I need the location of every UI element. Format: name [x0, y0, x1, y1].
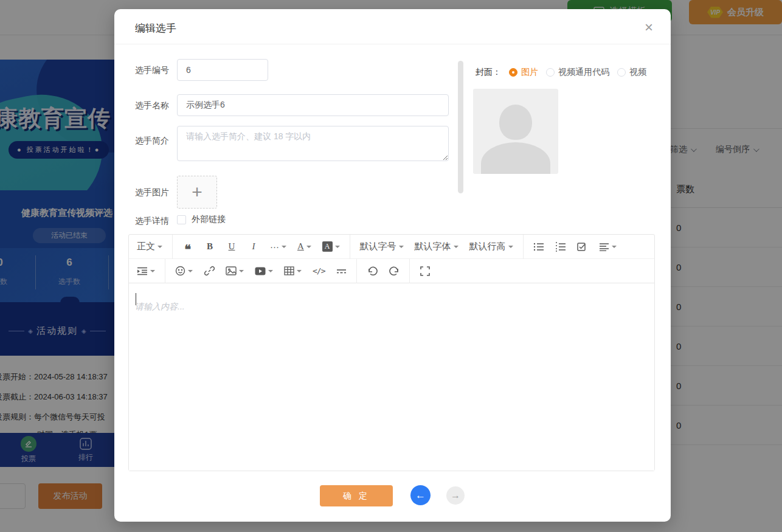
editor-placeholder: 请输入内容... — [135, 302, 185, 313]
edit-contestant-modal: 编辑选手 × 选手编号 选手名称 选手简介 选手图片 + 选手详情 外部链接 封… — [114, 9, 671, 522]
code-button[interactable]: </> — [309, 262, 328, 280]
caret-down-icon — [508, 246, 513, 248]
link-icon — [204, 266, 215, 276]
next-contestant-button[interactable]: → — [446, 486, 465, 505]
undo-button[interactable] — [363, 262, 381, 280]
toolbar-divider — [172, 235, 173, 259]
modal-header: 编辑选手 × — [114, 9, 671, 44]
external-link-row: 外部链接 — [177, 214, 226, 225]
more-styles-dropdown[interactable]: ··· — [266, 238, 290, 256]
plus-icon: + — [192, 182, 202, 202]
redo-icon — [389, 266, 400, 275]
radio-icon — [617, 68, 626, 77]
cover-radio-image[interactable]: 图片 — [509, 67, 538, 78]
avatar-silhouette — [481, 142, 550, 174]
redo-button[interactable] — [385, 262, 403, 280]
image-upload-button[interactable]: + — [177, 176, 217, 209]
insert-video-dropdown[interactable] — [251, 262, 277, 280]
link-button[interactable] — [200, 262, 218, 280]
arrow-left-icon: ← — [415, 489, 426, 502]
toolbar-divider — [165, 259, 165, 283]
toolbar-divider — [350, 235, 350, 259]
insert-image-dropdown[interactable] — [222, 262, 247, 280]
intro-textarea[interactable] — [177, 126, 449, 161]
italic-button[interactable]: I — [244, 238, 263, 256]
number-label: 选手编号 — [135, 65, 169, 76]
image-label: 选手图片 — [135, 187, 169, 198]
caret-down-icon — [454, 246, 458, 248]
underline-button[interactable]: U — [223, 238, 241, 256]
align-icon — [599, 243, 609, 251]
ordered-list-button[interactable] — [552, 238, 570, 256]
cover-image-placeholder — [473, 89, 558, 174]
horizontal-rule-button[interactable] — [332, 262, 350, 280]
font-color-dropdown[interactable]: A — [294, 238, 315, 256]
caret-down-icon — [335, 246, 340, 248]
arrow-right-icon: → — [451, 490, 460, 501]
caret-down-icon — [297, 270, 302, 272]
emoji-dropdown[interactable] — [171, 262, 196, 280]
caret-down-icon — [282, 246, 286, 248]
detail-label: 选手详情 — [135, 216, 169, 227]
confirm-button[interactable]: 确 定 — [320, 485, 393, 506]
rich-text-editor: 正文 ❝ B U I ··· A A 默认字号 默认字体 默认行高 — [128, 234, 655, 471]
line-height-dropdown[interactable]: 默认行高 — [466, 238, 517, 256]
toolbar-divider — [409, 259, 410, 283]
image-icon — [226, 266, 237, 275]
avatar-silhouette — [499, 105, 532, 140]
previous-contestant-button[interactable]: ← — [410, 485, 431, 505]
ordered-list-icon — [555, 242, 566, 252]
font-size-dropdown[interactable]: 默认字号 — [356, 238, 407, 256]
toolbar-divider — [523, 235, 524, 259]
cover-options: 封面： 图片 视频通用代码 视频 — [476, 67, 646, 78]
fullscreen-icon — [420, 266, 430, 276]
caret-down-icon — [157, 246, 162, 248]
insert-table-dropdown[interactable] — [280, 262, 305, 280]
modal-scrollbar[interactable] — [458, 61, 463, 193]
indent-icon — [137, 267, 148, 275]
emoji-icon — [175, 266, 185, 276]
table-icon — [284, 266, 294, 275]
screen: 选择模板 VIP 会员升级 康教育宣传 ● 投票活动开始啦！● 健康教育宣传视频… — [0, 0, 782, 532]
bold-button[interactable]: B — [201, 238, 219, 256]
indent-dropdown[interactable] — [133, 262, 159, 280]
cover-radio-video[interactable]: 视频 — [617, 67, 646, 78]
caret-down-icon — [612, 246, 617, 248]
external-link-checkbox[interactable] — [177, 215, 186, 224]
caret-down-icon — [399, 246, 404, 248]
number-input[interactable] — [177, 59, 268, 81]
caret-down-icon — [306, 246, 311, 248]
paragraph-style-dropdown[interactable]: 正文 — [133, 238, 166, 256]
caret-down-icon — [268, 270, 273, 272]
close-icon[interactable]: × — [640, 19, 657, 36]
editor-content-area[interactable]: 请输入内容... — [129, 283, 654, 471]
radio-icon — [546, 68, 555, 77]
video-icon — [255, 267, 266, 275]
external-link-label: 外部链接 — [192, 214, 226, 225]
editor-toolbar-row1: 正文 ❝ B U I ··· A A 默认字号 默认字体 默认行高 — [129, 235, 654, 259]
cover-label: 封面： — [476, 67, 501, 78]
intro-label: 选手简介 — [135, 136, 169, 147]
task-list-button[interactable] — [573, 238, 592, 256]
caret-down-icon — [239, 270, 244, 272]
align-dropdown[interactable] — [595, 238, 620, 256]
bullet-list-button[interactable] — [530, 238, 548, 256]
background-color-dropdown[interactable]: A — [319, 238, 344, 256]
name-label: 选手名称 — [135, 100, 169, 111]
cover-radio-video-code[interactable]: 视频通用代码 — [546, 67, 609, 78]
editor-toolbar-row2: </> — [129, 259, 654, 283]
divider-icon — [336, 268, 347, 274]
radio-selected-icon — [509, 68, 517, 77]
undo-icon — [367, 266, 378, 275]
blockquote-button[interactable]: ❝ — [179, 238, 197, 256]
modal-title: 编辑选手 — [135, 21, 176, 35]
toolbar-divider — [356, 259, 357, 283]
caret-down-icon — [188, 270, 193, 272]
caret-down-icon — [150, 270, 155, 272]
task-list-icon — [577, 242, 587, 252]
name-input[interactable] — [177, 94, 449, 116]
bullet-list-icon — [533, 242, 544, 252]
font-family-dropdown[interactable]: 默认字体 — [411, 238, 462, 256]
fullscreen-button[interactable] — [416, 262, 434, 280]
